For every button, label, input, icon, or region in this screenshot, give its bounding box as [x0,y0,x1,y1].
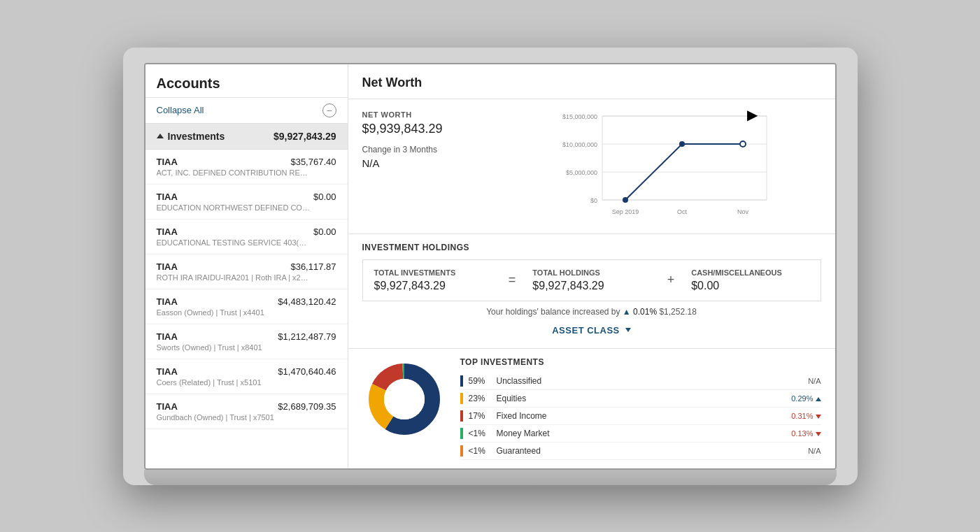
investments-amount: $9,927,843.29 [274,131,336,142]
account-description: Easson (Owned) | Trust | x4401 [157,308,311,317]
inv-change: 0.31% [791,412,821,420]
collapse-all-button[interactable]: Collapse All [157,105,204,115]
sidebar-title: Accounts [157,76,220,91]
top-investments-title: TOP INVESTMENTS [460,357,821,367]
holdings-increase-text: Your holdings' balance increased by ▲ 0.… [362,307,821,317]
svg-rect-8 [602,116,767,200]
account-name: TIAA [157,366,178,377]
account-item[interactable]: TIAA $2,689,709.35 Gundbach (Owned) | Tr… [145,394,348,429]
inv-pct: 59% [469,376,497,386]
change-label: Change in 3 Months [362,145,488,154]
account-amount: $1,212,487.79 [278,331,336,342]
account-item[interactable]: TIAA $36,117.87 ROTH IRA IRAIDU-IRA201 |… [145,254,348,289]
holdings-box: TOTAL INVESTMENTS $9,927,843.29 = Total … [362,259,821,301]
account-description: EDUCATION NORTHWEST DEFINED CONTRIBU... [157,203,311,212]
holdings-total-value: $9,927,843.29 [374,280,492,292]
laptop-base [144,470,837,485]
top-investments-section: TOP INVESTMENTS 59% Unclassified N/A 23%… [348,349,835,468]
inv-change: N/A [808,447,821,455]
svg-text:$15,000,000: $15,000,000 [562,113,597,120]
account-item[interactable]: TIAA $1,470,640.46 Coers (Related) | Tru… [145,359,348,394]
main-header: Net Worth [348,64,835,99]
inv-name: Equities [497,394,792,403]
sidebar-header: Accounts [145,64,348,98]
inv-color-bar [460,428,463,439]
sidebar: Accounts Collapse All − Investments $9,9… [145,64,348,468]
chart-container: $15,000,000 $10,000,000 $5,000,000 $0 [502,110,821,222]
equals-separator: = [506,273,519,287]
inv-change: 0.29% [791,394,821,403]
svg-text:$5,000,000: $5,000,000 [565,169,597,176]
account-amount: $1,470,640.46 [278,366,336,377]
inv-pct: 17% [469,411,497,421]
inv-color-bar [460,375,463,387]
svg-text:Nov: Nov [737,208,748,215]
inv-pct: <1% [469,446,497,456]
account-name: TIAA [157,227,178,237]
account-description: ACT, INC. DEFINED CONTRIBUTION RETIREME.… [157,168,311,177]
inv-change: 0.13% [791,429,821,438]
account-name: TIAA [157,331,178,342]
account-description: Coers (Related) | Trust | x5101 [157,378,311,387]
account-name: TIAA [157,261,178,272]
account-name: TIAA [157,192,178,202]
net-worth-section: NET WORTH $9,939,843.29 Change in 3 Mont… [348,99,835,234]
inv-name: Fixed Income [497,411,792,421]
inv-color-bar [460,393,463,404]
account-description: Sworts (Owned) | Trust | x8401 [157,343,311,352]
holdings-value: $9,927,843.29 [532,280,650,292]
account-item[interactable]: TIAA $4,483,120.42 Easson (Owned) | Trus… [145,289,348,324]
sidebar-toolbar: Collapse All − [145,98,348,124]
inv-color-bar [460,445,463,456]
change-value: N/A [362,157,488,169]
chevron-down-icon [625,328,631,332]
collapse-icon[interactable]: − [322,103,336,117]
holdings-section: INVESTMENT HOLDINGS TOTAL INVESTMENTS $9… [348,234,835,349]
svg-text:Oct: Oct [676,208,687,215]
account-description: EDUCATIONAL TESTING SERVICE 403(B) PLAN.… [157,238,311,247]
investment-row: <1% Money Market 0.13% [460,425,821,443]
account-item[interactable]: TIAA $35,767.40 ACT, INC. DEFINED CONTRI… [145,150,348,185]
holdings-section-title: INVESTMENT HOLDINGS [362,243,821,252]
investment-row: 23% Equities 0.29% [460,390,821,408]
inv-pct: 23% [469,394,497,403]
account-item[interactable]: TIAA $1,212,487.79 Sworts (Owned) | Trus… [145,324,348,359]
svg-point-9 [623,197,628,203]
cash-value: $0.00 [691,280,809,292]
account-description: ROTH IRA IRAIDU-IRA201 | Roth IRA | x268… [157,273,311,282]
inv-color-bar [460,410,463,422]
inv-name: Money Market [497,429,792,438]
inv-pct: <1% [469,429,497,438]
svg-text:$10,000,000: $10,000,000 [562,141,597,148]
donut-svg [362,357,446,441]
account-name: TIAA [157,296,178,307]
cash-col: Cash/Miscellaneous $0.00 [691,268,809,292]
donut-chart [362,357,446,441]
svg-text:$0: $0 [590,197,597,204]
asset-class-button[interactable]: ASSET CLASS [362,321,821,340]
svg-point-10 [679,141,685,147]
investments-label: Investments [157,131,225,142]
account-description: Gundbach (Owned) | Trust | x7501 [157,413,311,422]
chevron-up-icon [157,134,164,138]
svg-point-19 [384,379,425,419]
net-worth-label: NET WORTH [362,110,488,119]
holdings-total-label: TOTAL INVESTMENTS [374,268,492,277]
inv-name: Unclassified [497,376,809,386]
account-item[interactable]: TIAA $0.00 EDUCATIONAL TESTING SERVICE 4… [145,220,348,254]
account-name: TIAA [157,401,178,412]
account-amount: $2,689,709.35 [278,401,336,412]
account-amount: $35,767.40 [290,157,336,167]
accounts-list: TIAA $35,767.40 ACT, INC. DEFINED CONTRI… [145,150,348,429]
account-item[interactable]: TIAA $0.00 EDUCATION NORTHWEST DEFINED C… [145,185,348,220]
net-worth-value: $9,939,843.29 [362,122,488,136]
svg-point-11 [740,141,746,147]
svg-text:Sep 2019: Sep 2019 [611,208,639,215]
net-worth-left: NET WORTH $9,939,843.29 Change in 3 Mont… [362,110,488,222]
investments-rows: 59% Unclassified N/A 23% Equities 0.29% … [460,373,821,460]
plus-separator: + [665,273,678,287]
holdings-row: TOTAL INVESTMENTS $9,927,843.29 = Total … [374,268,809,292]
cash-label: Cash/Miscellaneous [691,268,809,277]
investment-row: 17% Fixed Income 0.31% [460,408,821,425]
investments-group[interactable]: Investments $9,927,843.29 [145,124,348,150]
